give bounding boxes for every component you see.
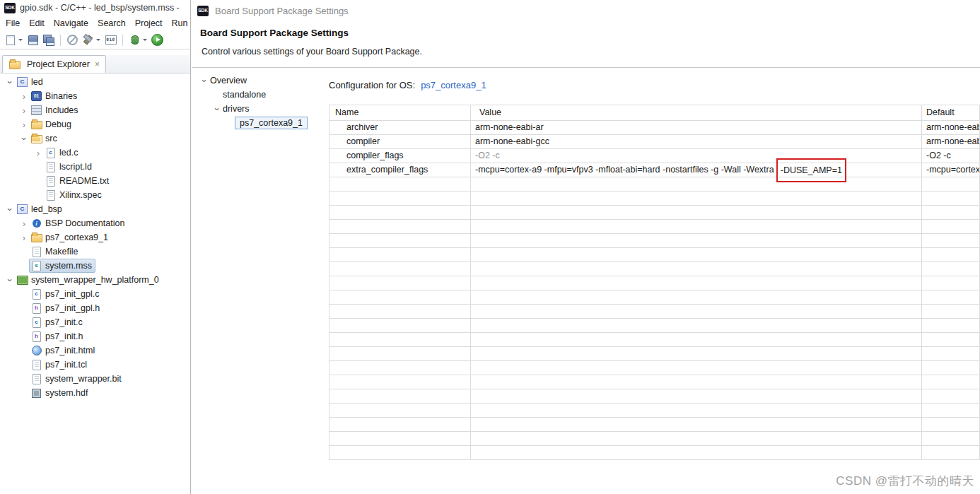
- setting-value[interactable]: arm-none-eabi-ar: [471, 121, 922, 134]
- c-project-icon: [16, 76, 28, 88]
- build-button[interactable]: [82, 34, 94, 46]
- empty-cell: [329, 220, 471, 233]
- tree-item-ps7-cortexa9-1[interactable]: ›ps7_cortexa9_1: [0, 230, 190, 245]
- tab-close-icon[interactable]: ×: [95, 59, 100, 69]
- empty-cell: [329, 333, 471, 346]
- dialog-titlebar: SDK Board Support Package Settings: [192, 0, 980, 21]
- skip-breakpoints-button[interactable]: [66, 34, 78, 46]
- menu-file[interactable]: File: [6, 18, 20, 28]
- tree-item-ps7-init-gpl-c[interactable]: ps7_init_gpl.c: [0, 287, 190, 301]
- expand-icon[interactable]: ›: [18, 219, 30, 228]
- menu-navigate[interactable]: Navigate: [54, 18, 88, 28]
- tree-item-binaries[interactable]: ›Binaries: [0, 89, 190, 103]
- tree-item-ps7-init-html[interactable]: ps7_init.html: [0, 343, 190, 358]
- collapse-icon[interactable]: ›: [20, 133, 29, 144]
- menu-edit[interactable]: Edit: [29, 18, 45, 28]
- expand-icon[interactable]: ›: [18, 120, 30, 129]
- settings-row-compiler[interactable]: compilerarm-none-eabi-gccarm-none-eabi-g…: [329, 135, 980, 149]
- tree-item-system-wrapper-hw-platform-0[interactable]: ›system_wrapper_hw_platform_0: [0, 273, 190, 287]
- tree-item-xilinx-spec[interactable]: Xilinx.spec: [0, 188, 190, 202]
- binary-button[interactable]: [105, 34, 117, 46]
- settings-nav-item-drivers[interactable]: ›drivers: [192, 102, 328, 116]
- tree-item-lscript-ld[interactable]: lscript.ld: [0, 160, 190, 174]
- new-wizard-button[interactable]: [4, 34, 16, 46]
- dialog-heading: Board Support Package Settings: [200, 28, 980, 38]
- expand-icon[interactable]: ›: [33, 148, 44, 158]
- settings-nav-item-standalone[interactable]: standalone: [192, 88, 328, 102]
- empty-cell: [471, 192, 922, 205]
- tree-item-readme-txt[interactable]: README.txt: [0, 174, 190, 188]
- tree-item-label: ps7_init.html: [45, 346, 95, 355]
- dropdown-arrow-icon[interactable]: [142, 34, 148, 46]
- tree-item-ps7-init-c[interactable]: ps7_init.c: [0, 315, 190, 329]
- tree-item-led[interactable]: ›led: [0, 75, 190, 89]
- empty-row: [329, 192, 980, 206]
- expand-icon[interactable]: ›: [18, 233, 30, 242]
- debug-button[interactable]: [129, 34, 141, 46]
- settings-row-archiver[interactable]: archiverarm-none-eabi-ararm-none-eabi-ar: [329, 121, 980, 135]
- tab-project-explorer[interactable]: Project Explorer ×: [2, 55, 106, 73]
- run-button[interactable]: [151, 34, 163, 46]
- tree-item-makefile[interactable]: Makefile: [0, 245, 190, 259]
- settings-table: NameValueDefault archiverarm-none-eabi-a…: [329, 105, 980, 460]
- empty-cell: [471, 290, 922, 304]
- settings-row-extra-compiler-flags[interactable]: extra_compiler_flags-mcpu=cortex-a9 -mfp…: [329, 163, 980, 177]
- empty-row: [329, 446, 980, 460]
- dropdown-arrow-icon[interactable]: [95, 34, 101, 46]
- collapse-icon[interactable]: ›: [213, 103, 222, 114]
- tree-item-ps7-init-tcl[interactable]: ps7_init.tcl: [0, 358, 190, 372]
- collapse-icon[interactable]: ›: [6, 204, 15, 215]
- tree-item-system-hdf[interactable]: system.hdf: [0, 386, 190, 400]
- tree-item-label: README.txt: [59, 176, 109, 186]
- column-header-value[interactable]: Value: [471, 105, 922, 120]
- settings-row-compiler-flags[interactable]: compiler_flags-O2 -c-O2 -c: [329, 149, 980, 163]
- setting-value[interactable]: -mcpu=cortex-a9 -mfpu=vfpv3 -mfloat-abi=…: [471, 163, 922, 177]
- empty-cell: [329, 206, 471, 219]
- tree-item-src[interactable]: ›src: [0, 131, 190, 146]
- tree-item-led-c[interactable]: ›led.c: [0, 146, 190, 160]
- menu-run[interactable]: Run: [172, 18, 188, 28]
- empty-cell: [471, 319, 922, 332]
- empty-cell: [471, 446, 922, 459]
- config-os-link[interactable]: ps7_cortexa9_1: [421, 80, 486, 90]
- collapse-icon[interactable]: ›: [200, 75, 209, 86]
- dropdown-arrow-icon[interactable]: [18, 34, 23, 46]
- menu-search[interactable]: Search: [98, 18, 126, 28]
- column-header-name[interactable]: Name: [329, 105, 471, 120]
- empty-cell: [922, 206, 980, 219]
- tree-item-label: system.mss: [45, 261, 92, 271]
- tree-item-system-mss[interactable]: system.mss: [0, 259, 190, 273]
- tree-item-includes[interactable]: ›Includes: [0, 103, 190, 117]
- empty-cell: [922, 333, 980, 346]
- window-titlebar: SDK gpio.sdk - C/C++ - led_bsp/system.ms…: [0, 0, 190, 16]
- tree-item-ps7-init-gpl-h[interactable]: ps7_init_gpl.h: [0, 301, 190, 315]
- tree-item-label: Makefile: [45, 247, 78, 257]
- c-file-icon: [45, 147, 57, 158]
- save-all-button[interactable]: [42, 34, 54, 46]
- expand-icon[interactable]: ›: [18, 92, 30, 101]
- empty-row: [329, 389, 980, 404]
- selected-highlight: system.mss: [30, 259, 95, 272]
- settings-nav-item-ps7-cortexa9-1[interactable]: ps7_cortexa9_1: [192, 116, 328, 130]
- eclipse-main-window: SDK gpio.sdk - C/C++ - led_bsp/system.ms…: [0, 0, 191, 494]
- collapse-icon[interactable]: ›: [6, 76, 15, 88]
- empty-row: [329, 361, 980, 375]
- settings-nav-item-overview[interactable]: ›Overview: [192, 73, 328, 88]
- dialog-title: Board Support Package Settings: [215, 6, 349, 16]
- collapse-icon[interactable]: ›: [6, 274, 15, 286]
- tree-item-led-bsp[interactable]: ›led_bsp: [0, 202, 190, 216]
- save-button[interactable]: [27, 34, 39, 46]
- tree-item-system-wrapper-bit[interactable]: system_wrapper.bit: [0, 372, 190, 386]
- tree-item-label: ps7_cortexa9_1: [45, 233, 108, 242]
- column-header-default[interactable]: Default: [922, 105, 980, 120]
- menu-project[interactable]: Project: [135, 18, 163, 28]
- setting-value[interactable]: -O2 -c: [471, 149, 922, 163]
- tree-item-bsp-documentation[interactable]: ›BSP Documentation: [0, 216, 190, 230]
- tree-item-debug[interactable]: ›Debug: [0, 117, 190, 131]
- tree-item-label: ps7_init_gpl.c: [45, 289, 99, 299]
- sdk-logo-icon: SDK: [4, 3, 16, 13]
- expand-icon[interactable]: ›: [18, 106, 30, 115]
- tree-item-ps7-init-h[interactable]: ps7_init.h: [0, 329, 190, 343]
- empty-cell: [471, 234, 922, 247]
- setting-value[interactable]: arm-none-eabi-gcc: [471, 135, 922, 148]
